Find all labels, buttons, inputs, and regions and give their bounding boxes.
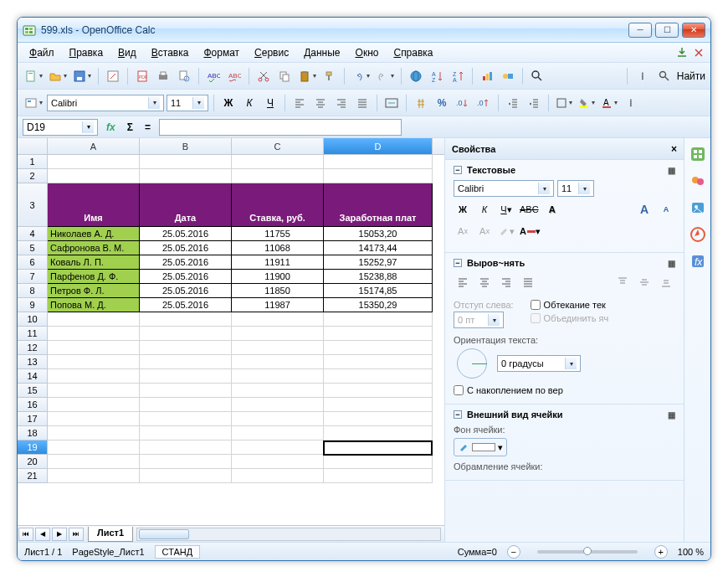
cell[interactable]	[140, 426, 232, 440]
cell[interactable]: Николаев А. Д.	[48, 227, 140, 241]
row-header[interactable]: 8	[18, 284, 48, 298]
cell[interactable]	[232, 440, 324, 455]
status-mode[interactable]: СТАНД	[155, 545, 201, 559]
percent-button[interactable]: %	[433, 94, 451, 112]
menu-tools[interactable]: Сервис	[248, 44, 295, 61]
cell[interactable]	[324, 398, 433, 412]
col-header-b[interactable]: B	[140, 138, 232, 154]
fontcolor-button[interactable]: A▾	[599, 94, 619, 112]
cell[interactable]: 25.05.2016	[140, 227, 232, 241]
menu-help[interactable]: Справка	[387, 44, 439, 61]
zoom-slider[interactable]	[537, 550, 638, 554]
bg-color-button[interactable]: ▾	[454, 438, 507, 456]
cell[interactable]: 15252,97	[324, 255, 433, 270]
close-doc-icon[interactable]	[692, 46, 705, 59]
sidebar-italic-button[interactable]: К	[475, 200, 494, 219]
new-doc-button[interactable]: ▾	[23, 67, 44, 85]
spellcheck-button[interactable]: ABC	[204, 67, 223, 85]
sidebar-font-combo[interactable]: Calibri▾	[454, 180, 554, 197]
more-format-icon[interactable]: ⁞	[622, 94, 640, 112]
sidebar-sub-button[interactable]: Ax	[475, 222, 494, 240]
zoom-out-button[interactable]: −	[507, 545, 520, 559]
tab-next-button[interactable]: ▶	[52, 528, 67, 541]
cell[interactable]: 11755	[232, 227, 324, 241]
menu-data[interactable]: Данные	[297, 44, 346, 61]
cell[interactable]	[140, 398, 232, 412]
cell[interactable]	[48, 327, 140, 341]
cell[interactable]	[232, 155, 324, 169]
cell[interactable]: 25.05.2016	[140, 298, 232, 312]
cell[interactable]: 15053,20	[324, 227, 433, 241]
cell[interactable]: 11068	[232, 241, 324, 255]
cell[interactable]	[140, 369, 232, 384]
cell[interactable]	[324, 455, 433, 469]
cell[interactable]: 15174,85	[324, 284, 433, 298]
cell[interactable]	[232, 355, 324, 369]
cell[interactable]	[232, 384, 324, 398]
cell[interactable]	[232, 327, 324, 341]
align-right-button[interactable]	[332, 94, 351, 112]
cell[interactable]	[232, 426, 324, 440]
cell[interactable]	[324, 440, 433, 455]
underline-button[interactable]: Ч	[261, 94, 279, 112]
cell[interactable]	[48, 426, 140, 440]
cell[interactable]	[140, 341, 232, 355]
row-header[interactable]: 2	[18, 169, 48, 183]
cell[interactable]	[324, 412, 433, 426]
cell[interactable]	[232, 469, 324, 483]
cell[interactable]: 11987	[232, 298, 324, 312]
spreadsheet-grid[interactable]: A B C D 123ИмяДатаСтавка, руб.Заработная…	[18, 138, 444, 542]
cell[interactable]: 15350,29	[324, 298, 433, 312]
cell[interactable]	[48, 355, 140, 369]
cell[interactable]: 14173,44	[324, 241, 433, 255]
align-more-icon[interactable]: ▦	[668, 259, 675, 268]
tab-last-button[interactable]: ⏭	[69, 528, 84, 541]
select-all-corner[interactable]	[18, 138, 48, 154]
print-button[interactable]	[154, 67, 172, 85]
cell[interactable]	[232, 455, 324, 469]
row-header[interactable]: 10	[18, 312, 48, 327]
sb-align-justify[interactable]	[519, 273, 537, 291]
sb-align-right[interactable]	[497, 273, 515, 291]
sidebar-bold-button[interactable]: Ж	[454, 200, 472, 219]
text-more-icon[interactable]: ▦	[668, 166, 675, 175]
close-button[interactable]: ✕	[682, 23, 705, 38]
gallery-tab-icon[interactable]	[689, 198, 707, 217]
sb-align-center[interactable]	[475, 273, 494, 291]
print-preview-button[interactable]	[175, 67, 193, 85]
save-button[interactable]: ▾	[71, 67, 93, 85]
menu-window[interactable]: Окно	[349, 44, 386, 61]
cell[interactable]: 25.05.2016	[140, 241, 232, 255]
cut-button[interactable]	[254, 67, 273, 85]
hyperlink-button[interactable]	[407, 67, 425, 85]
menu-file[interactable]: Файл	[23, 44, 61, 61]
row-header[interactable]: 13	[18, 355, 48, 369]
row-header[interactable]: 17	[18, 412, 48, 426]
row-header[interactable]: 3	[18, 183, 48, 227]
decimal-remove-button[interactable]: .0	[474, 94, 493, 112]
copy-button[interactable]	[275, 67, 294, 85]
tab-first-button[interactable]: ⏮	[18, 528, 33, 541]
redo-button[interactable]: ▾	[374, 67, 396, 85]
cell[interactable]: Попова М. Д.	[48, 298, 140, 312]
cell[interactable]: Заработная плат	[324, 183, 433, 227]
sort-desc-button[interactable]: ZA	[449, 67, 467, 85]
sheet-tab[interactable]: Лист1	[88, 527, 133, 542]
font-size-combo[interactable]: 11▾	[167, 95, 208, 111]
find-text-button[interactable]	[655, 67, 674, 85]
functions-tab-icon[interactable]: fx	[689, 252, 707, 270]
row-header[interactable]: 6	[18, 255, 48, 270]
bgcolor-button[interactable]: ▾	[577, 94, 597, 112]
cell[interactable]	[140, 412, 232, 426]
decimal-add-button[interactable]: .0	[454, 94, 472, 112]
sort-asc-button[interactable]: AZ	[428, 67, 446, 85]
cell[interactable]	[48, 469, 140, 483]
cell[interactable]	[324, 169, 433, 183]
row-header[interactable]: 9	[18, 298, 48, 312]
row-header[interactable]: 5	[18, 241, 48, 255]
align-center-button[interactable]	[311, 94, 330, 112]
cell[interactable]	[324, 426, 433, 440]
find-button[interactable]	[528, 67, 546, 85]
cell[interactable]	[48, 155, 140, 169]
sb-align-left[interactable]	[454, 273, 472, 291]
